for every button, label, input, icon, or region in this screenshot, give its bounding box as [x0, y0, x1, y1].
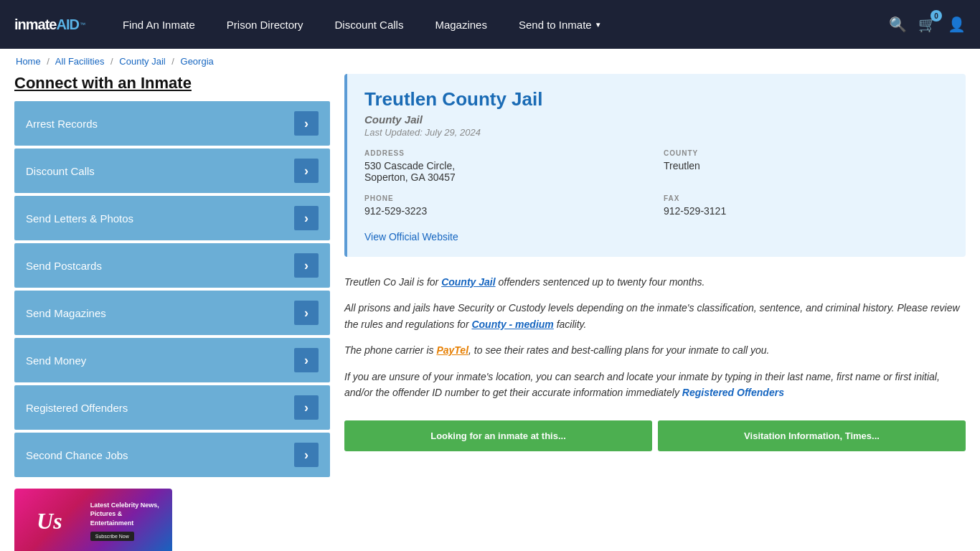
breadcrumb-sep-3: / — [171, 56, 174, 67]
arrow-icon: › — [294, 348, 319, 372]
address-section: ADDRESS 530 Cascade Circle, Soperton, GA… — [364, 149, 649, 183]
ad-text-section: Latest Celebrity News, Pictures & Entert… — [85, 489, 172, 551]
sidebar-item-registered-offenders[interactable]: Registered Offenders › — [14, 385, 330, 430]
sidebar-item-label: Second Chance Jobs — [26, 449, 128, 461]
description-para2: All prisons and jails have Security or C… — [344, 300, 966, 332]
arrow-icon: › — [294, 159, 319, 183]
arrow-icon: › — [294, 111, 319, 136]
sidebar-item-send-letters[interactable]: Send Letters & Photos › — [14, 196, 330, 240]
facility-card: Treutlen County Jail County Jail Last Up… — [344, 74, 966, 257]
logo[interactable]: inmateAID ™ — [14, 17, 85, 33]
description-para1: Treutlen Co Jail is for County Jail offe… — [344, 274, 966, 290]
description-para3: The phone carrier is PayTel, to see thei… — [344, 342, 966, 358]
main-container: Connect with an Inmate Arrest Records › … — [0, 74, 980, 551]
sidebar-item-label: Discount Calls — [26, 165, 95, 177]
sidebar: Connect with an Inmate Arrest Records › … — [14, 74, 330, 551]
nav-links: Find An Inmate Prison Directory Discount… — [107, 0, 889, 49]
arrow-icon: › — [294, 206, 319, 230]
logo-tm: ™ — [80, 22, 85, 28]
county-medium-link[interactable]: County - medium — [471, 319, 553, 330]
nav-magazines[interactable]: Magazines — [419, 0, 503, 49]
sidebar-item-send-postcards[interactable]: Send Postcards › — [14, 243, 330, 288]
navbar: inmateAID ™ Find An Inmate Prison Direct… — [0, 0, 980, 49]
sidebar-item-label: Send Postcards — [26, 260, 102, 272]
official-website-link[interactable]: View Official Website — [364, 231, 948, 242]
fax-section: FAX 912-529-3121 — [664, 194, 948, 217]
county-jail-link[interactable]: County Jail — [441, 276, 495, 288]
facility-details: ADDRESS 530 Cascade Circle, Soperton, GA… — [364, 149, 948, 242]
ad-logo-section: Us — [14, 489, 85, 551]
breadcrumb-county-jail[interactable]: County Jail — [119, 56, 165, 67]
ad-logo: Us — [37, 508, 62, 534]
cart-badge: 0 — [930, 10, 942, 22]
arrow-icon: › — [294, 253, 319, 278]
chevron-down-icon: ▼ — [595, 21, 602, 29]
phone-label: PHONE — [364, 194, 649, 202]
sidebar-item-label: Send Money — [26, 354, 86, 367]
sidebar-item-label: Send Letters & Photos — [26, 212, 133, 225]
sidebar-item-second-chance-jobs[interactable]: Second Chance Jobs › — [14, 433, 330, 477]
nav-icons: 🔍 🛒 0 👤 — [889, 16, 966, 33]
phone-value: 912-529-3223 — [364, 205, 649, 217]
paytel-link[interactable]: PayTel — [436, 344, 468, 356]
breadcrumb-home[interactable]: Home — [16, 56, 41, 67]
fax-label: FAX — [664, 194, 948, 202]
sidebar-item-label: Arrest Records — [26, 118, 98, 130]
breadcrumb-all-facilities[interactable]: All Facilities — [55, 56, 105, 67]
breadcrumb: Home / All Facilities / County Jail / Ge… — [0, 49, 980, 74]
bottom-buttons: Looking for an inmate at this... Visitat… — [344, 420, 966, 451]
logo-icon: inmateAID — [14, 17, 79, 33]
description: Treutlen Co Jail is for County Jail offe… — [344, 271, 966, 413]
breadcrumb-sep-1: / — [47, 56, 50, 67]
nav-discount-calls[interactable]: Discount Calls — [319, 0, 420, 49]
phone-section: PHONE 912-529-3223 — [364, 194, 649, 217]
sidebar-item-send-money[interactable]: Send Money › — [14, 338, 330, 382]
looking-for-inmate-button[interactable]: Looking for an inmate at this... — [344, 420, 652, 451]
nav-find-inmate[interactable]: Find An Inmate — [107, 0, 211, 49]
nav-send-to-inmate[interactable]: Send to Inmate ▼ — [503, 0, 618, 49]
arrow-icon: › — [294, 301, 319, 325]
visitation-info-button[interactable]: Visitation Information, Times... — [658, 420, 966, 451]
arrow-icon: › — [294, 395, 319, 420]
sidebar-menu: Arrest Records › Discount Calls › Send L… — [14, 101, 330, 477]
ad-subscribe-button[interactable]: Subscribe Now — [90, 532, 134, 541]
fax-value: 912-529-3121 — [664, 205, 948, 217]
ad-banner[interactable]: Us Latest Celebrity News, Pictures & Ent… — [14, 489, 172, 551]
facility-updated: Last Updated: July 29, 2024 — [364, 127, 948, 138]
sidebar-item-arrest-records[interactable]: Arrest Records › — [14, 101, 330, 146]
account-button[interactable]: 👤 — [948, 16, 966, 33]
breadcrumb-georgia[interactable]: Georgia — [181, 56, 214, 67]
content-area: Treutlen County Jail County Jail Last Up… — [344, 74, 966, 551]
sidebar-item-send-magazines[interactable]: Send Magazines › — [14, 291, 330, 335]
sidebar-item-discount-calls[interactable]: Discount Calls › — [14, 149, 330, 193]
breadcrumb-sep-2: / — [110, 56, 113, 67]
registered-offenders-link[interactable]: Registered Offenders — [682, 387, 784, 398]
facility-name: Treutlen County Jail — [364, 88, 948, 110]
search-button[interactable]: 🔍 — [889, 16, 907, 33]
county-section: COUNTY Treutlen — [664, 149, 948, 183]
address-label: ADDRESS — [364, 149, 649, 157]
county-value: Treutlen — [664, 160, 948, 171]
arrow-icon: › — [294, 443, 319, 467]
nav-prison-directory[interactable]: Prison Directory — [211, 0, 319, 49]
facility-type: County Jail — [364, 113, 948, 126]
sidebar-title: Connect with an Inmate — [14, 74, 330, 93]
sidebar-item-label: Registered Offenders — [26, 402, 128, 414]
ad-text: Latest Celebrity News, Pictures & Entert… — [90, 501, 166, 528]
sidebar-item-label: Send Magazines — [26, 307, 106, 319]
county-label: COUNTY — [664, 149, 948, 157]
description-para4: If you are unsure of your inmate's locat… — [344, 369, 966, 401]
address-value: 530 Cascade Circle, Soperton, GA 30457 — [364, 160, 649, 183]
cart-button[interactable]: 🛒 0 — [918, 16, 936, 33]
